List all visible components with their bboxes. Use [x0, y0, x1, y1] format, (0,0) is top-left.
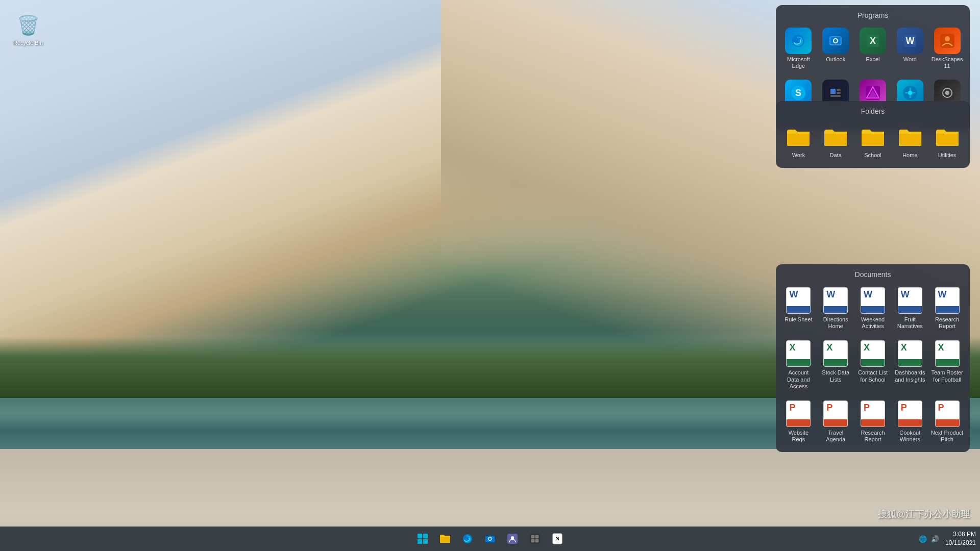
folder-school-label: School: [856, 152, 890, 159]
fences-taskbar-button[interactable]: [525, 529, 545, 549]
folder-utilities[interactable]: Utilities: [930, 120, 964, 162]
notion-taskbar-button[interactable]: N: [547, 529, 568, 549]
svg-rect-15: [830, 95, 841, 97]
svg-rect-34: [530, 534, 540, 544]
doc-cookout-winners[interactable]: P Cookout Winners: [893, 397, 926, 446]
recycle-bin-graphic: 🗑️: [16, 13, 40, 38]
recycle-bin-label: Recycle Bin: [13, 40, 43, 46]
folder-home-label: Home: [893, 152, 926, 159]
doc-next-product-pitch[interactable]: P Next Product Pitch: [930, 397, 964, 446]
svg-text:X: X: [870, 36, 876, 46]
folder-data-label: Data: [819, 152, 852, 159]
doc-weekend-activities[interactable]: W Weekend Activities: [856, 284, 890, 333]
svg-point-22: [908, 91, 912, 95]
fruit-narratives-icon: W: [897, 287, 923, 314]
svg-rect-26: [418, 534, 422, 538]
documents-grid: W Rule Sheet W Directions Home W: [782, 284, 964, 446]
outlook-label: Outlook: [819, 56, 852, 63]
stock-data-icon: X: [823, 340, 848, 367]
app-icon-word[interactable]: W Word: [893, 24, 926, 72]
folder-data-icon: [822, 123, 849, 150]
folders-panel-title: Folders: [782, 107, 964, 115]
directions-home-icon: W: [823, 287, 848, 314]
file-explorer-button[interactable]: [435, 529, 455, 549]
doc-travel-agenda[interactable]: P Travel Agenda: [819, 397, 852, 446]
deskscapes-icon-box: [934, 28, 961, 54]
watermark-text: 搜狐@江下办公小助理: [878, 508, 970, 520]
doc-research-report-ppt[interactable]: P Research Report: [856, 397, 890, 446]
teams-taskbar-button[interactable]: [502, 529, 523, 549]
svg-point-33: [511, 536, 514, 539]
weekend-activities-label: Weekend Activities: [856, 316, 890, 330]
rule-sheet-icon: W: [786, 287, 811, 314]
svg-rect-38: [535, 539, 538, 542]
account-data-label: Account Data and Access: [782, 369, 815, 390]
edge-taskbar-button[interactable]: [457, 529, 478, 549]
folder-work[interactable]: Work: [782, 120, 815, 162]
fruit-narratives-label: Fruit Narratives: [893, 316, 926, 330]
dashboards-label: Dashboards and Insights: [893, 369, 926, 383]
excel-icon-box: X: [860, 28, 886, 54]
svg-rect-36: [535, 535, 538, 538]
svg-text:N: N: [555, 535, 559, 541]
doc-team-roster[interactable]: X Team Roster for Football: [930, 337, 964, 393]
folder-school[interactable]: School: [856, 120, 890, 162]
taskbar-datetime[interactable]: 3:08 PM 10/11/2021: [945, 530, 976, 547]
app-icon-deskscapes[interactable]: DeskScapes 11: [930, 24, 964, 72]
doc-website-reqs[interactable]: P Website Reqs: [782, 397, 815, 446]
programs-panel-title: Programs: [782, 11, 964, 19]
recycle-bin-icon[interactable]: 🗑️ Recycle Bin: [10, 10, 46, 49]
folder-home[interactable]: Home: [893, 120, 926, 162]
doc-dashboards[interactable]: X Dashboards and Insights: [893, 337, 926, 393]
word-label: Word: [893, 56, 926, 63]
svg-rect-12: [830, 89, 836, 94]
research-report-icon: W: [935, 287, 960, 314]
cookout-winners-icon: P: [897, 400, 923, 428]
svg-rect-37: [531, 539, 534, 542]
app-icon-excel[interactable]: X Excel: [856, 24, 890, 72]
cookout-winners-label: Cookout Winners: [893, 430, 926, 443]
weekend-activities-icon: W: [860, 287, 886, 314]
svg-point-25: [945, 91, 949, 95]
folder-home-icon: [897, 123, 923, 150]
account-data-icon: X: [786, 340, 811, 367]
travel-agenda-label: Travel Agenda: [819, 430, 852, 443]
svg-rect-14: [837, 92, 841, 94]
svg-text:S: S: [795, 88, 801, 98]
taskbar-right: 🌐 🔊 3:08 PM 10/11/2021: [919, 530, 976, 547]
volume-icon: 🔊: [931, 535, 939, 543]
contact-list-icon: X: [860, 340, 886, 367]
doc-rule-sheet[interactable]: W Rule Sheet: [782, 284, 815, 333]
doc-fruit-narratives[interactable]: W Fruit Narratives: [893, 284, 926, 333]
svg-text:O: O: [488, 536, 492, 542]
taskbar-date: 10/11/2021: [945, 539, 976, 547]
svg-rect-13: [837, 89, 841, 91]
folder-work-label: Work: [782, 152, 815, 159]
system-tray: 🌐 🔊: [919, 535, 939, 543]
doc-research-report[interactable]: W Research Report: [930, 284, 964, 333]
outlook-taskbar-button[interactable]: O: [480, 529, 500, 549]
contact-list-label: Contact List for School: [856, 369, 890, 383]
doc-directions-home[interactable]: W Directions Home: [819, 284, 852, 333]
app-icon-microsoft-edge[interactable]: Microsoft Edge: [782, 24, 815, 72]
directions-home-label: Directions Home: [819, 316, 852, 330]
research-report-ppt-icon: P: [860, 400, 886, 428]
outlook-icon-box: O: [822, 28, 849, 54]
taskbar: O N 🌐 🔊 3:08 PM 10/11/2021: [0, 527, 980, 551]
deskscapes-label: DeskScapes 11: [930, 56, 964, 69]
doc-account-data[interactable]: X Account Data and Access: [782, 337, 815, 393]
folder-data[interactable]: Data: [819, 120, 852, 162]
team-roster-label: Team Roster for Football: [930, 369, 964, 383]
excel-label: Excel: [856, 56, 890, 63]
svg-text:W: W: [905, 36, 914, 46]
edge-icon-box: [785, 28, 812, 54]
start-button[interactable]: [412, 529, 433, 549]
documents-panel: Documents W Rule Sheet W Directions Home: [776, 264, 970, 452]
folder-utilities-label: Utilities: [930, 152, 964, 159]
taskbar-time: 3:08 PM: [945, 530, 976, 539]
folder-work-icon: [785, 123, 812, 150]
doc-stock-data[interactable]: X Stock Data Lists: [819, 337, 852, 393]
app-icon-outlook[interactable]: O Outlook: [819, 24, 852, 72]
folders-grid: Work Data School Home Utilities: [782, 120, 964, 162]
doc-contact-list[interactable]: X Contact List for School: [856, 337, 890, 393]
